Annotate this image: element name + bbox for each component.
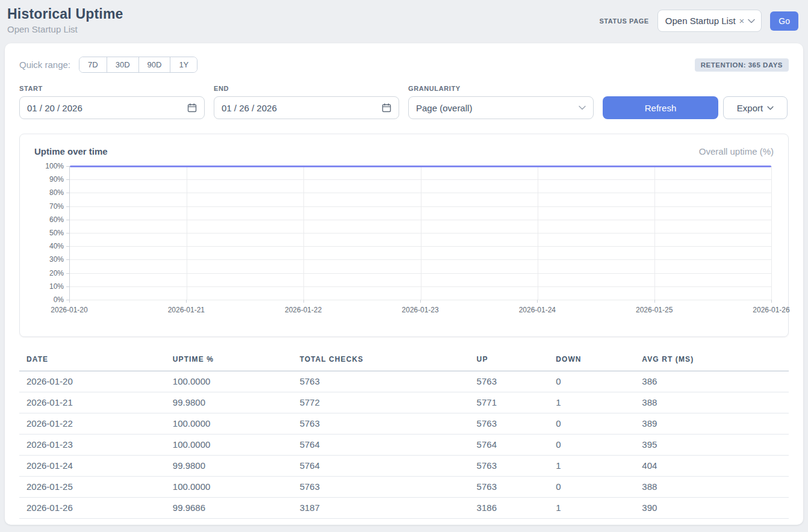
x-axis-label: 2026-01-24 — [519, 306, 556, 314]
y-axis-tick — [66, 233, 70, 234]
quick-range-90d-button[interactable]: 90D — [138, 57, 170, 72]
y-axis-tick — [66, 246, 70, 247]
y-axis-tick — [66, 273, 70, 274]
table-column-header: TOTAL CHECKS — [293, 351, 470, 371]
calendar-icon[interactable] — [187, 103, 197, 113]
table-column-header: UPTIME % — [166, 351, 293, 371]
table-cell: 5763 — [470, 477, 549, 498]
status-page-controls: STATUS PAGE Open Startup List × Go — [599, 10, 798, 32]
chart-x-axis: 2026-01-202026-01-212026-01-222026-01-23… — [69, 300, 771, 315]
page-header: Historical Uptime Open Startup List STAT… — [0, 0, 808, 39]
quick-range-1y-button[interactable]: 1Y — [170, 57, 197, 72]
end-date-field: END 01 / 26 / 2026 — [214, 85, 399, 119]
table-cell: 5763 — [470, 456, 549, 477]
start-date-label: START — [19, 85, 205, 92]
table-cell: 5764 — [293, 435, 470, 456]
table-cell: 99.9800 — [166, 392, 293, 413]
uptime-chart-card: Uptime over time Overall uptime (%) 0%10… — [19, 134, 789, 337]
table-cell: 5763 — [470, 413, 549, 435]
header-titles: Historical Uptime Open Startup List — [7, 6, 123, 34]
y-axis-label: 10% — [49, 282, 64, 291]
v-gridline — [303, 166, 304, 300]
table-cell: 5771 — [470, 392, 549, 413]
x-axis-label: 2026-01-21 — [168, 306, 205, 314]
quick-range-7d-button[interactable]: 7D — [79, 57, 107, 72]
y-axis-tick — [66, 286, 70, 287]
table-cell: 5763 — [293, 477, 470, 498]
chart-title: Uptime over time — [34, 146, 108, 156]
clear-selection-icon[interactable]: × — [739, 16, 745, 25]
table-cell: 100.0000 — [166, 477, 293, 498]
table-cell: 5772 — [293, 392, 470, 413]
x-axis-label: 2026-01-23 — [402, 306, 438, 314]
x-axis-tick — [303, 300, 304, 303]
x-axis-tick — [654, 300, 655, 303]
quick-range-group: 7D30D90D1Y — [79, 57, 197, 73]
v-gridline — [421, 166, 421, 300]
table-cell: 386 — [635, 371, 789, 392]
refresh-button[interactable]: Refresh — [603, 96, 718, 119]
v-gridline — [654, 166, 655, 300]
table-column-header: DATE — [19, 351, 166, 371]
end-date-input[interactable]: 01 / 26 / 2026 — [214, 96, 399, 119]
table-cell: 388 — [635, 392, 789, 413]
chevron-down-icon — [748, 19, 755, 23]
y-axis-label: 70% — [49, 202, 64, 211]
table-cell: 0 — [549, 477, 635, 498]
y-axis-tick — [66, 206, 70, 207]
y-axis-tick — [66, 220, 70, 220]
chart-header: Uptime over time Overall uptime (%) — [34, 146, 774, 156]
table-row: 2026-01-2699.9686318731861390 — [19, 498, 789, 519]
table-cell: 3186 — [470, 498, 549, 519]
table-cell: 0 — [549, 371, 635, 392]
y-axis-label: 40% — [49, 242, 64, 250]
table-cell: 2026-01-25 — [19, 477, 166, 498]
granularity-field: GRANULARITY Page (overall) — [408, 85, 594, 119]
table-cell: 388 — [635, 477, 789, 498]
retention-badge: RETENTION: 365 DAYS — [695, 58, 789, 72]
export-button[interactable]: Export — [723, 96, 788, 119]
filter-fields-row: START 01 / 20 / 2026 END 01 / 26 / 2026 … — [19, 85, 789, 119]
y-axis-tick — [66, 259, 70, 260]
table-row: 2026-01-20100.0000576357630386 — [19, 371, 789, 392]
table-cell: 390 — [635, 498, 789, 519]
granularity-select[interactable]: Page (overall) — [408, 96, 594, 119]
y-axis-label: 80% — [49, 188, 64, 197]
table-header-row: DATEUPTIME %TOTAL CHECKSUPDOWNAVG RT (MS… — [19, 351, 789, 371]
status-page-label: STATUS PAGE — [599, 17, 648, 25]
table-cell: 5763 — [293, 413, 470, 435]
table-cell: 404 — [635, 456, 789, 477]
x-axis-label: 2026-01-25 — [636, 306, 673, 314]
table-cell: 5763 — [470, 371, 549, 392]
go-button[interactable]: Go — [770, 11, 798, 31]
uptime-table: DATEUPTIME %TOTAL CHECKSUPDOWNAVG RT (MS… — [19, 351, 789, 519]
table-cell: 99.9800 — [166, 456, 293, 477]
start-date-input[interactable]: 01 / 20 / 2026 — [19, 96, 205, 119]
v-gridline — [538, 166, 538, 300]
start-date-value: 01 / 20 / 2026 — [27, 103, 82, 113]
quick-range-30d-button[interactable]: 30D — [107, 57, 138, 72]
y-axis-label: 60% — [49, 215, 64, 224]
y-axis-tick — [66, 179, 70, 180]
v-gridline — [771, 166, 772, 300]
table-cell: 0 — [549, 413, 635, 435]
table-cell: 0 — [549, 435, 635, 456]
status-page-select[interactable]: Open Startup List × — [657, 10, 762, 32]
table-cell: 1 — [549, 498, 635, 519]
table-cell: 395 — [635, 435, 789, 456]
page-title: Historical Uptime — [7, 6, 123, 22]
end-date-label: END — [214, 85, 399, 92]
table-cell: 5763 — [293, 371, 470, 392]
x-axis-tick — [537, 300, 538, 303]
granularity-label: GRANULARITY — [408, 85, 594, 92]
x-axis-tick — [771, 300, 772, 303]
chart-area: 0%10%20%30%40%50%60%70%80%90%100% 2026-0… — [34, 166, 774, 315]
table-row: 2026-01-2199.9800577257711388 — [19, 392, 789, 413]
x-axis-label: 2026-01-22 — [285, 306, 322, 314]
end-date-value: 01 / 26 / 2026 — [222, 103, 277, 113]
status-page-selected-value: Open Startup List — [665, 16, 736, 26]
calendar-icon[interactable] — [382, 103, 391, 113]
chevron-down-icon — [579, 105, 586, 110]
table-cell: 100.0000 — [166, 435, 293, 456]
table-cell: 3187 — [293, 498, 470, 519]
